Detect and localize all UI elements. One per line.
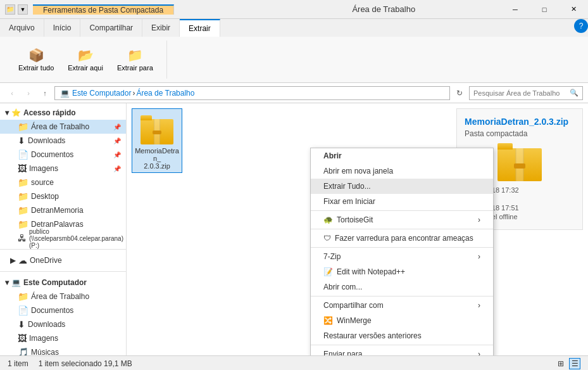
desktop-label: Desktop (31, 192, 59, 201)
musicas-label: Músicas (31, 348, 59, 355)
status-selected: 1 item selecionado 19,1 MB (39, 359, 132, 368)
window-title: Área de Trabalho (267, 4, 501, 14)
back-button[interactable]: ‹ (5, 86, 19, 100)
ctx-share-with[interactable]: Compartilhar com › (311, 298, 493, 313)
ctx-open-new-window-label: Abrir em nova janela (323, 167, 393, 175)
view-large-icons-btn[interactable]: ⊞ (555, 358, 566, 369)
maximize-button[interactable]: □ (530, 0, 559, 19)
this-computer-icon: 💻 (11, 278, 21, 287)
ctx-share-with-label: Compartilhar com (323, 301, 384, 310)
ctx-open[interactable]: Abrir (311, 148, 493, 163)
extract-here-icon: 📂 (78, 48, 94, 63)
sidebar-item-downloads-quick[interactable]: ⬇ Downloads 📌 (0, 134, 126, 148)
address-path[interactable]: 💻 Este Computador › Área de Trabalho (54, 86, 450, 100)
forward-button[interactable]: › (22, 86, 35, 100)
ctx-pin-start-label: Fixar em Iniciar (323, 197, 375, 206)
sidebar-divider-2 (0, 271, 126, 272)
info-zip-icon (497, 143, 542, 181)
search-input[interactable] (473, 89, 567, 97)
path-sep1: › (132, 89, 135, 98)
ctx-scan-threats-label: Fazer varredura para encontrar ameaças (335, 234, 473, 243)
sidebar-scroll-area[interactable]: ▾ ⭐ Acesso rápido 📁 Área de Trabalho 📌 ⬇… (0, 103, 126, 355)
status-bar: 1 item 1 item selecionado 19,1 MB ⊞ ☰ (0, 355, 588, 370)
tab-inicio[interactable]: Início (44, 19, 81, 37)
path-current: Área de Trabalho (136, 89, 194, 98)
ctx-restore-versions-label: Restaurar versões anteriores (323, 331, 422, 340)
sidebar-item-area-trabalho-2[interactable]: 📁 Área de Trabalho (0, 290, 126, 303)
help-button[interactable]: ? (574, 19, 588, 33)
ctx-scan-threats[interactable]: 🛡 Fazer varredura para encontrar ameaças (311, 231, 493, 246)
search-box[interactable]: 🔍 (469, 86, 583, 100)
sidebar-item-imagens-quick[interactable]: 🖼 Imagens 📌 (0, 162, 126, 175)
ctx-open-new-window[interactable]: Abrir em nova janela (311, 163, 493, 179)
ribbon-content: 📦 Extrair tudo 📂 Extrair aqui 📁 Extrair … (0, 37, 588, 82)
pin-icon-3: 📌 (113, 165, 121, 172)
extract-all-btn[interactable]: 📦 Extrair tudo (13, 44, 59, 75)
source-icon: 📁 (18, 177, 28, 188)
ctx-send-to-label: Enviar para (323, 350, 362, 355)
title-bar: 📁 ▼ Ferramentas de Pasta Compactada Área… (0, 0, 588, 19)
area-trabalho-label: Área de Trabalho (31, 122, 89, 131)
musicas-icon: 🎵 (18, 347, 28, 355)
extract-here-label: Extrair aqui (68, 64, 103, 72)
onedrive-section: ▶ ☁ OneDrive (0, 251, 126, 270)
extract-here-btn[interactable]: 📂 Extrair aqui (62, 44, 109, 75)
window-controls: ─ □ ✕ (501, 0, 588, 19)
documentos-icon-quick: 📄 (18, 150, 28, 160)
sidebar-item-publico[interactable]: 🖧 publico (\\sceleparsmb04.celepar.paran… (0, 231, 126, 245)
sidebar-item-musicas[interactable]: 🎵 Músicas (0, 345, 126, 355)
sidebar-item-documentos-quick[interactable]: 📄 Documentos 📌 (0, 148, 126, 162)
imagens-icon-2: 🖼 (18, 333, 27, 343)
close-button[interactable]: ✕ (559, 0, 588, 19)
sidebar-item-imagens-2[interactable]: 🖼 Imagens (0, 331, 126, 345)
this-computer-header[interactable]: ▾ 💻 Este Computador (0, 276, 126, 290)
view-details-btn[interactable]: ☰ (569, 358, 580, 369)
tab-extrair[interactable]: Extrair (180, 19, 220, 37)
ctx-extract-all[interactable]: Extrair Tudo... (311, 179, 493, 194)
ribbon-spacer (220, 19, 574, 37)
ctx-winmerge[interactable]: 🔀 WinMerge (311, 313, 493, 328)
sidebar-item-area-trabalho[interactable]: 📁 Área de Trabalho 📌 (0, 120, 126, 134)
publico-icon: 🖧 (18, 233, 27, 243)
ctx-edit-notepad[interactable]: 📝 Edit with Notepad++ (311, 264, 493, 279)
documentos-icon-2: 📄 (18, 305, 28, 316)
zip-file-icon (141, 112, 173, 144)
pin-icon-2: 📌 (113, 151, 121, 158)
sidebar-item-detranmemoria[interactable]: 📁 DetranMemoria (0, 203, 126, 217)
documentos-label-2: Documentos (31, 306, 73, 315)
imagens-icon-quick: 🖼 (18, 163, 27, 174)
ctx-restore-versions[interactable]: Restaurar versões anteriores (311, 328, 493, 343)
sidebar-item-downloads-2[interactable]: ⬇ Downloads (0, 317, 126, 331)
sidebar-item-source[interactable]: 📁 source (0, 175, 126, 189)
tab-ferramentas[interactable]: Ferramentas de Pasta Compactada (33, 4, 174, 15)
title-tabs: Ferramentas de Pasta Compactada (33, 4, 267, 15)
ribbon-buttons: 📦 Extrair tudo 📂 Extrair aqui 📁 Extrair … (13, 44, 159, 75)
extract-to-btn[interactable]: 📁 Extrair para (111, 44, 159, 75)
path-computer: Este Computador (72, 89, 131, 98)
tab-exibir[interactable]: Exibir (142, 19, 180, 37)
quick-access-header[interactable]: ▾ ⭐ Acesso rápido (0, 106, 126, 120)
ctx-extract-all-label: Extrair Tudo... (323, 182, 371, 191)
context-menu: Abrir Abrir em nova janela Extrair Tudo.… (310, 148, 494, 355)
refresh-button[interactable]: ↻ (453, 86, 466, 100)
tab-arquivo[interactable]: Arquivo (0, 19, 44, 37)
ctx-7zip[interactable]: 7-Zip › (311, 249, 493, 264)
file-item-zip[interactable]: MemoriaDetran_2.0.3.zip (132, 108, 182, 173)
quick-access-star-icon: ⭐ (11, 108, 21, 117)
tab-compartilhar[interactable]: Compartilhar (80, 19, 142, 37)
sidebar-item-onedrive[interactable]: ▶ ☁ OneDrive (0, 253, 126, 267)
pin-icon-1: 📌 (113, 137, 121, 144)
ctx-send-to[interactable]: Enviar para › (311, 347, 493, 355)
imagens-label-2: Imagens (29, 334, 58, 343)
quick-access-btn[interactable]: ▼ (18, 4, 28, 15)
minimize-button[interactable]: ─ (501, 0, 530, 19)
sidebar-item-documentos-2[interactable]: 📄 Documentos (0, 303, 126, 317)
folder-tab (141, 115, 152, 120)
up-button[interactable]: ↑ (38, 86, 52, 100)
ctx-pin-start[interactable]: Fixar em Iniciar (311, 194, 493, 209)
sidebar-item-desktop[interactable]: 📁 Desktop (0, 189, 126, 203)
ctx-sep-3 (311, 247, 493, 248)
ctx-tortoisegit[interactable]: 🐢 TortoiseGit › (311, 212, 493, 227)
ctx-open-with[interactable]: Abrir com... (311, 279, 493, 295)
ctx-sep-4 (311, 296, 493, 297)
